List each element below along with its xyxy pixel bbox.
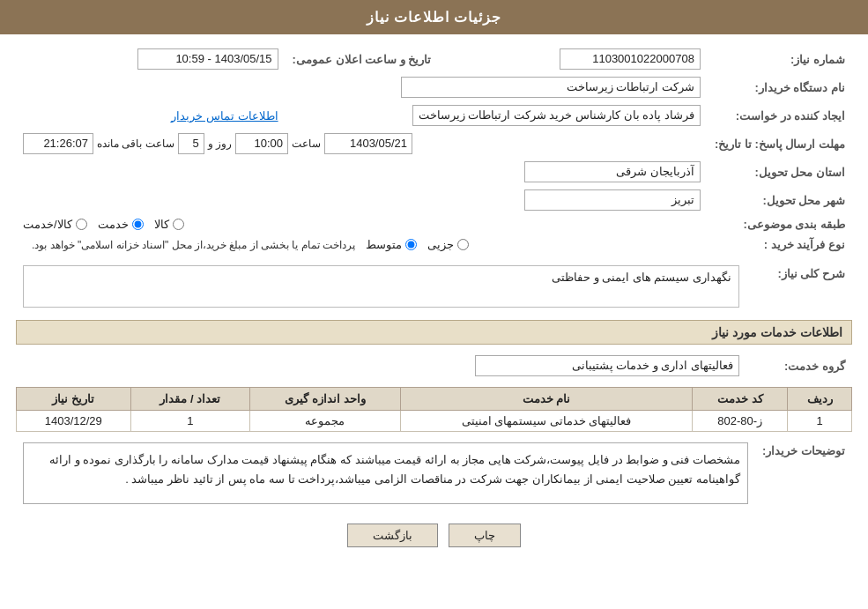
purchase-motavaset[interactable]: متوسط bbox=[366, 238, 417, 251]
category-kala-radio[interactable] bbox=[173, 219, 184, 230]
info-table-top: شماره نیاز: 1103001022000708 تاریخ و ساع… bbox=[16, 45, 852, 255]
col-date: تاریخ نیاز bbox=[17, 388, 131, 411]
row-province: استان محل تحویل: آذربایجان شرقی bbox=[16, 158, 852, 186]
announce-value: 1403/05/15 - 10:59 bbox=[137, 48, 278, 70]
category-label: طبقه بندی موضوعی: bbox=[708, 214, 852, 234]
category-khadamat-radio[interactable] bbox=[132, 219, 144, 230]
category-kala-khadamat-label: کالا/خدمت bbox=[23, 218, 72, 231]
category-kala-khadamat-radio[interactable] bbox=[76, 219, 87, 230]
city-value: تبریز bbox=[524, 189, 701, 211]
col-row-num: ردیف bbox=[788, 388, 852, 411]
deadline-label: مهلت ارسال پاسخ: تا تاریخ: bbox=[708, 130, 852, 158]
deadline-time-label: ساعت bbox=[292, 137, 321, 150]
category-radio-group: کالا/خدمت خدمت کالا bbox=[23, 218, 701, 231]
deadline-time: 10:00 bbox=[235, 133, 288, 154]
row-buyer: نام دستگاه خریدار: شرکت ارتباطات زیرساخت bbox=[16, 73, 852, 101]
need-desc-table: شرح کلی نیاز: نگهداری سیستم های ایمنی و … bbox=[16, 262, 852, 311]
purchase-jozi-radio[interactable] bbox=[457, 239, 469, 250]
purchase-jozi-label: جزیی bbox=[427, 238, 454, 251]
purchase-type-radio-group: پرداخت تمام یا بخشی از مبلغ خرید،از محل … bbox=[23, 238, 701, 251]
notes-table: توضیحات خریدار: مشخصات فنی و ضوابط در فا… bbox=[16, 439, 852, 516]
deadline-remain-label: ساعت باقی مانده bbox=[97, 137, 174, 150]
page-title: جزئیات اطلاعات نیاز bbox=[0, 0, 868, 34]
page-wrapper: جزئیات اطلاعات نیاز شماره نیاز: 11030010… bbox=[0, 0, 868, 609]
contact-link[interactable]: اطلاعات تماس خریدار bbox=[171, 109, 278, 123]
deadline-days-label: روز و bbox=[208, 137, 232, 150]
row-notes: توضیحات خریدار: مشخصات فنی و ضوابط در فا… bbox=[16, 439, 852, 516]
col-count: تعداد / مقدار bbox=[130, 388, 249, 411]
back-button[interactable]: بازگشت bbox=[347, 524, 438, 547]
purchase-note: پرداخت تمام یا بخشی از مبلغ خرید،از محل … bbox=[32, 239, 355, 251]
cell-unit: مجموعه bbox=[250, 411, 401, 432]
category-kala-label: کالا bbox=[154, 218, 169, 231]
cell-date: 1403/12/29 bbox=[17, 411, 131, 432]
purchase-motavaset-radio[interactable] bbox=[405, 239, 417, 250]
service-group-table: گروه خدمت: فعالیتهای اداری و خدمات پشتیب… bbox=[16, 352, 852, 380]
row-deadline: مهلت ارسال پاسخ: تا تاریخ: 21:26:07 ساعت… bbox=[16, 130, 852, 158]
need-number-label: شماره نیاز: bbox=[708, 45, 852, 73]
city-label: شهر محل تحویل: bbox=[708, 186, 852, 214]
need-desc-label: شرح کلی نیاز: bbox=[746, 262, 852, 311]
print-button[interactable]: چاپ bbox=[449, 524, 521, 547]
buyer-name-label: نام دستگاه خریدار: bbox=[708, 73, 852, 101]
row-purchase-type: نوع فرآیند خرید : پرداخت تمام یا بخشی از… bbox=[16, 234, 852, 255]
content-area: شماره نیاز: 1103001022000708 تاریخ و ساع… bbox=[0, 34, 868, 567]
deadline-days: 5 bbox=[178, 133, 204, 154]
service-group-label: گروه خدمت: bbox=[746, 352, 852, 380]
province-label: استان محل تحویل: bbox=[708, 158, 852, 186]
service-group-value: فعالیتهای اداری و خدمات پشتیبانی bbox=[475, 355, 739, 376]
category-khadamat-label: خدمت bbox=[98, 218, 129, 231]
notes-text: مشخصات فنی و ضوابط در فایل پیوست،شرکت ها… bbox=[23, 442, 748, 504]
creator-label: ایجاد کننده در خواست: bbox=[708, 101, 852, 130]
services-table-head: ردیف کد خدمت نام خدمت واحد اندازه گیری ت… bbox=[17, 388, 852, 411]
table-row: 1 ز-80-802 فعالیتهای خدماتی سیستمهای امن… bbox=[17, 411, 852, 432]
row-service-group: گروه خدمت: فعالیتهای اداری و خدمات پشتیب… bbox=[16, 352, 852, 380]
button-row: چاپ بازگشت bbox=[16, 524, 852, 547]
row-creator: ایجاد کننده در خواست: فرشاد پاده بان کار… bbox=[16, 101, 852, 130]
col-service-name: نام خدمت bbox=[400, 388, 692, 411]
province-value: آذربایجان شرقی bbox=[524, 161, 701, 182]
row-category: طبقه بندی موضوعی: کالا/خدمت خدمت کالا bbox=[16, 214, 852, 234]
category-kala-khadamat[interactable]: کالا/خدمت bbox=[23, 218, 87, 231]
row-announce: شماره نیاز: 1103001022000708 تاریخ و ساع… bbox=[16, 45, 852, 73]
need-number-value: 1103001022000708 bbox=[560, 48, 701, 70]
announce-label: تاریخ و ساعت اعلان عمومی: bbox=[286, 45, 439, 73]
category-kala[interactable]: کالا bbox=[154, 218, 184, 231]
cell-count: 1 bbox=[130, 411, 249, 432]
col-unit: واحد اندازه گیری bbox=[250, 388, 401, 411]
services-table-header-row: ردیف کد خدمت نام خدمت واحد اندازه گیری ت… bbox=[17, 388, 852, 411]
deadline-date: 1403/05/21 bbox=[324, 133, 412, 154]
notes-label: توضیحات خریدار: bbox=[755, 439, 852, 516]
row-need-desc: شرح کلی نیاز: نگهداری سیستم های ایمنی و … bbox=[16, 262, 852, 311]
cell-row-num: 1 bbox=[788, 411, 852, 432]
cell-service-code: ز-80-802 bbox=[693, 411, 788, 432]
purchase-motavaset-label: متوسط bbox=[366, 238, 402, 251]
purchase-jozi[interactable]: جزیی bbox=[427, 238, 469, 251]
cell-service-name: فعالیتهای خدماتی سیستمهای امنیتی bbox=[400, 411, 692, 432]
services-data-table: ردیف کد خدمت نام خدمت واحد اندازه گیری ت… bbox=[16, 387, 852, 432]
deadline-remain: 21:26:07 bbox=[23, 133, 93, 154]
row-city: شهر محل تحویل: تبریز bbox=[16, 186, 852, 214]
services-section-title: اطلاعات خدمات مورد نیاز bbox=[16, 320, 852, 345]
services-table-body: 1 ز-80-802 فعالیتهای خدماتی سیستمهای امن… bbox=[17, 411, 852, 432]
need-desc-value: نگهداری سیستم های ایمنی و حفاظتی bbox=[23, 265, 739, 308]
purchase-type-label: نوع فرآیند خرید : bbox=[708, 234, 852, 255]
creator-value: فرشاد پاده بان کارشناس خرید شرکت ارتباطا… bbox=[412, 105, 701, 126]
category-khadamat[interactable]: خدمت bbox=[98, 218, 144, 231]
buyer-name-value: شرکت ارتباطات زیرساخت bbox=[401, 77, 701, 98]
col-service-code: کد خدمت bbox=[693, 388, 788, 411]
